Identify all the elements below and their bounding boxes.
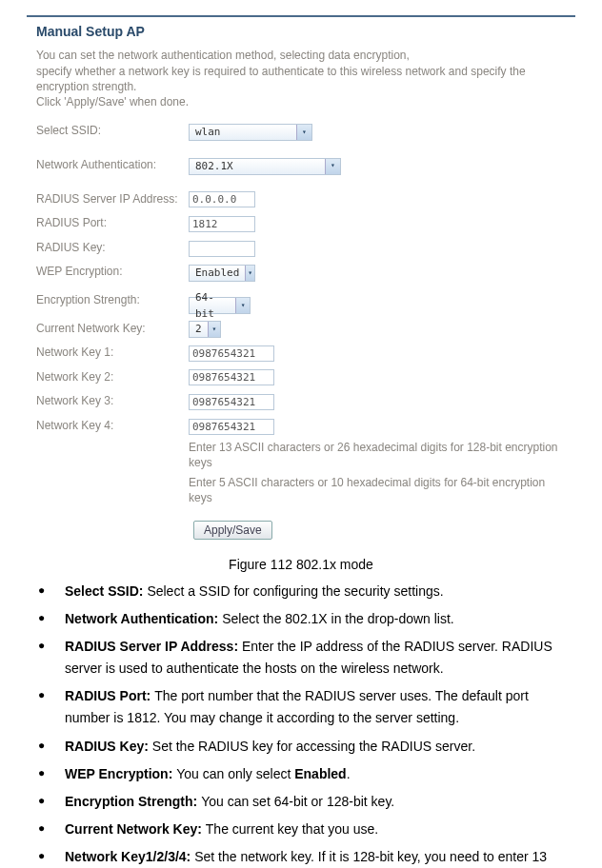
list-item-head: Network Authentication: bbox=[65, 611, 222, 626]
list-item-tail-bold: Enabled bbox=[294, 766, 346, 781]
intro-line: You can set the network authentication m… bbox=[36, 49, 410, 62]
list-item-body: You can set 64-bit or 128-bit key. bbox=[201, 794, 394, 809]
hint-text-1: Enter 13 ASCII characters or 26 hexadeci… bbox=[189, 440, 566, 470]
list-item-head: Current Network Key: bbox=[65, 821, 206, 837]
nk3-label: Network Key 3: bbox=[36, 392, 189, 410]
radius-key-label: RADIUS Key: bbox=[36, 239, 189, 257]
list-item: Network Authentication: Select the 802.1… bbox=[32, 608, 575, 630]
list-item: RADIUS Key: Set the RADIUS key for acces… bbox=[32, 736, 575, 758]
net-auth-value: 802.1X bbox=[190, 158, 239, 175]
list-item-body: Set the RADIUS key for accessing the RAD… bbox=[152, 739, 475, 754]
list-item: RADIUS Port: The port number that the RA… bbox=[32, 685, 575, 729]
intro-line: specify whether a network key is require… bbox=[36, 65, 526, 93]
nk2-input[interactable] bbox=[189, 369, 274, 385]
net-auth-label: Network Authentication: bbox=[36, 156, 189, 174]
nk4-label: Network Key 4: bbox=[36, 417, 189, 435]
list-item-head: Encryption Strength: bbox=[65, 794, 201, 809]
list-item: Current Network Key: The current key tha… bbox=[32, 819, 575, 840]
net-auth-dropdown[interactable]: 802.1X ▾ bbox=[189, 158, 341, 175]
chevron-down-icon: ▾ bbox=[296, 125, 311, 140]
panel-title: Manual Setup AP bbox=[36, 21, 566, 42]
chevron-down-icon: ▾ bbox=[208, 322, 220, 337]
cur-key-label: Current Network Key: bbox=[36, 320, 189, 338]
enc-strength-label: Encryption Strength: bbox=[36, 291, 189, 309]
select-ssid-value: wlan bbox=[190, 124, 227, 141]
hint-text-2: Enter 5 ASCII characters or 10 hexadecim… bbox=[189, 475, 566, 505]
select-ssid-label: Select SSID: bbox=[36, 122, 189, 140]
list-item-body: The current key that you use. bbox=[206, 821, 378, 837]
intro-line: Click 'Apply/Save' when done. bbox=[36, 95, 189, 108]
radius-ip-input[interactable] bbox=[189, 191, 255, 207]
nk1-label: Network Key 1: bbox=[36, 344, 189, 362]
list-item-head: Select SSID: bbox=[65, 583, 147, 599]
list-item-body: Select the 802.1X in the drop-down list. bbox=[222, 611, 454, 626]
radius-port-input[interactable] bbox=[189, 216, 255, 232]
list-item-head: RADIUS Server IP Address: bbox=[65, 639, 242, 654]
embedded-screenshot: Manual Setup AP You can set the network … bbox=[27, 15, 575, 550]
nk4-input[interactable] bbox=[189, 419, 274, 435]
description-list: Select SSID: Select a SSID for configuri… bbox=[27, 581, 575, 868]
list-item-body: You can only select bbox=[176, 766, 294, 781]
list-item-body: Select a SSID for configuring the securi… bbox=[147, 583, 443, 599]
list-item: RADIUS Server IP Address: Enter the IP a… bbox=[32, 636, 575, 680]
apply-save-button[interactable]: Apply/Save bbox=[193, 521, 272, 540]
chevron-down-icon: ▾ bbox=[325, 159, 340, 174]
cur-key-value: 2 bbox=[190, 321, 208, 338]
nk2-label: Network Key 2: bbox=[36, 368, 189, 386]
select-ssid-dropdown[interactable]: wlan ▾ bbox=[189, 124, 312, 141]
list-item: Encryption Strength: You can set 64-bit … bbox=[32, 791, 575, 813]
wep-enc-value: Enabled bbox=[190, 265, 245, 282]
panel-intro: You can set the network authentication m… bbox=[36, 48, 566, 109]
list-item: WEP Encryption: You can only select Enab… bbox=[32, 763, 575, 785]
list-item: Network Key1/2/3/4: Set the network key.… bbox=[32, 846, 575, 868]
list-item-head: Network Key1/2/3/4: bbox=[65, 849, 194, 864]
list-item-head: WEP Encryption: bbox=[65, 766, 176, 781]
page-root: Manual Setup AP You can set the network … bbox=[0, 0, 602, 868]
wep-enc-dropdown[interactable]: Enabled ▾ bbox=[189, 265, 255, 282]
nk3-input[interactable] bbox=[189, 394, 274, 410]
figure-caption: Figure 112 802.1x mode bbox=[27, 554, 575, 575]
nk1-input[interactable] bbox=[189, 345, 274, 362]
chevron-down-icon: ▾ bbox=[235, 298, 250, 313]
list-item: Select SSID: Select a SSID for configuri… bbox=[32, 581, 575, 602]
enc-strength-dropdown[interactable]: 64-bit ▾ bbox=[189, 297, 251, 314]
radius-key-input[interactable] bbox=[189, 241, 255, 257]
list-item-head: RADIUS Port: bbox=[65, 688, 154, 703]
list-item-tail: . bbox=[347, 766, 351, 781]
list-item-head: RADIUS Key: bbox=[65, 739, 152, 754]
chevron-down-icon: ▾ bbox=[245, 266, 254, 281]
radius-port-label: RADIUS Port: bbox=[36, 214, 189, 232]
radius-ip-label: RADIUS Server IP Address: bbox=[36, 190, 189, 208]
wep-enc-label: WEP Encryption: bbox=[36, 263, 189, 281]
cur-key-dropdown[interactable]: 2 ▾ bbox=[189, 321, 221, 338]
